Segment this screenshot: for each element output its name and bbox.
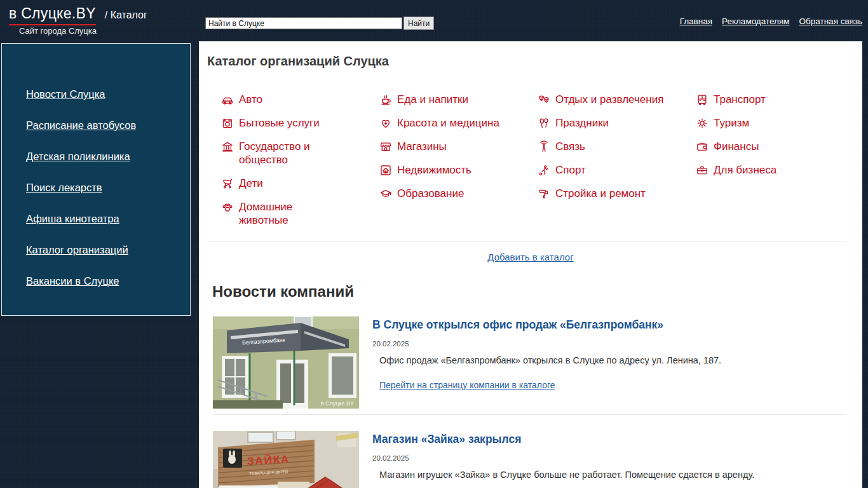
category-label: Туризм (714, 116, 749, 130)
bank-office-photo-illustration: Белгазпромбанк в Слуцке.BY (213, 316, 359, 409)
divider (213, 414, 846, 415)
car-icon (221, 93, 234, 106)
sidebar-link[interactable]: Афиша кинотеатра (26, 213, 119, 224)
storefront-icon (379, 140, 392, 153)
category-label: Отдых и развлечения (555, 93, 663, 106)
sidebar-link[interactable]: Детская поликлиника (26, 151, 130, 162)
header-nav-link[interactable]: Рекламодателям (722, 17, 790, 26)
category-label: Стройка и ремонт (555, 187, 646, 200)
category-label: Связь (555, 140, 585, 153)
news-item: ЗАЙКА ТОВАРЫ ДЛЯ ДЕТЕЙ Магазин «Зайка» з… (213, 431, 862, 488)
header-nav-link[interactable]: Обратная связь (799, 17, 862, 26)
paw-icon (221, 201, 234, 214)
category-link[interactable]: Отдых и развлечения (538, 93, 696, 106)
category-label: Недвижимость (397, 163, 471, 177)
search-input[interactable] (205, 17, 402, 29)
breadcrumb: / Каталог (105, 10, 147, 21)
balloons-icon (538, 117, 550, 130)
category-link[interactable]: Красота и медицина (379, 116, 538, 130)
site-tagline: Сайт города Слуцка (19, 26, 97, 36)
photo-sign-text: ЗАЙКА (247, 453, 290, 468)
sidebar-menu: Новости СлуцкаРасписание автобусовДетска… (2, 44, 190, 287)
category-label: Образование (397, 187, 464, 200)
category-link[interactable]: Связь (538, 140, 696, 153)
category-label: Праздники (555, 116, 609, 130)
category-link[interactable]: Для бизнеса (696, 163, 854, 177)
main-content: Каталог организаций Слуцка АвтоБытовые у… (199, 41, 862, 488)
bank-icon (221, 140, 234, 153)
football-player-icon (538, 164, 550, 177)
search-button[interactable]: Найти (403, 17, 434, 30)
divider (207, 241, 847, 241)
category-link[interactable]: Авто (221, 93, 379, 106)
sidebar-link[interactable]: Поиск лекарств (26, 182, 102, 193)
header-nav-link[interactable]: Главная (680, 17, 712, 26)
news-item-text: Офис продаж «Белгазпромбанк» открылся в … (372, 354, 843, 367)
stroller-icon (221, 177, 234, 190)
news-item-text: Магазин игрушек «Зайка» в Слуцке больше … (372, 468, 843, 481)
category-column: Еда и напиткиКрасота и медицинаМагазиныН… (379, 93, 538, 237)
category-label: Транспорт (714, 93, 766, 106)
category-link[interactable]: Спорт (538, 163, 696, 177)
category-label: Магазины (397, 140, 447, 153)
add-link-wrap: Добавить в каталог (199, 252, 862, 263)
category-label: Дети (239, 177, 263, 190)
category-label: Финансы (714, 140, 759, 153)
site-logo[interactable]: в Слуцке.BY (9, 5, 96, 25)
news-item: Белгазпромбанк в Слуцке.BY В Слуцке откр… (213, 316, 862, 409)
washing-machine-icon (221, 117, 234, 130)
sun-icon (696, 117, 709, 130)
wallet-icon (696, 140, 709, 153)
category-link[interactable]: Туризм (696, 116, 854, 130)
sidebar-menu-item: Новости Слуцка (26, 88, 190, 100)
category-link[interactable]: Транспорт (696, 93, 854, 106)
photo-watermark: в Слуцке.BY (321, 400, 354, 407)
sidebar-menu-item: Вакансии в Слуцке (26, 275, 190, 287)
page: { "colors": { "accent_red": "#c00f21", "… (0, 0, 868, 488)
news-photo-zayka[interactable]: ЗАЙКА ТОВАРЫ ДЛЯ ДЕТЕЙ (213, 431, 359, 488)
category-link[interactable]: Бытовые услуги (221, 116, 379, 130)
theater-masks-icon (538, 93, 550, 106)
add-to-catalog-link[interactable]: Добавить в каталог (487, 252, 573, 262)
category-grid: АвтоБытовые услугиГосударство и общество… (221, 93, 862, 237)
paint-roller-icon (538, 187, 550, 200)
category-link[interactable]: Домашние животные (221, 200, 379, 227)
category-link[interactable]: Государство и общество (221, 140, 379, 166)
house-icon (379, 164, 392, 177)
category-link[interactable]: Еда и напитки (379, 93, 538, 106)
category-link[interactable]: Праздники (538, 116, 696, 130)
category-column: АвтоБытовые услугиГосударство и общество… (221, 93, 379, 237)
category-link[interactable]: Дети (221, 177, 379, 190)
category-label: Еда и напитки (397, 93, 468, 106)
news-photo-belgazprombank[interactable]: Белгазпромбанк в Слуцке.BY (213, 316, 359, 409)
news-body: В Слуцке открылся офис продаж «Белгазпро… (372, 316, 843, 409)
sidebar-link[interactable]: Новости Слуцка (26, 88, 105, 100)
category-label: Красота и медицина (397, 116, 499, 130)
sidebar-link[interactable]: Расписание автобусов (26, 119, 136, 131)
news-item-title[interactable]: В Слуцке открылся офис продаж «Белгазпро… (372, 318, 843, 332)
category-link[interactable]: Недвижимость (379, 163, 538, 177)
category-label: Для бизнеса (714, 163, 776, 177)
search-form: Найти (205, 17, 434, 30)
page-title: Каталог организаций Слуцка (207, 54, 862, 69)
sidebar-link[interactable]: Каталог организаций (26, 244, 128, 255)
briefcase-icon (696, 164, 709, 177)
category-link[interactable]: Стройка и ремонт (538, 187, 696, 200)
graduation-cap-icon (379, 187, 392, 200)
news-item-catalog-link[interactable]: Перейти на страницу компании в каталоге (379, 380, 555, 390)
category-column: ТранспортТуризмФинансыДля бизнеса (696, 93, 854, 237)
news-item-title[interactable]: Магазин «Зайка» закрылся (372, 432, 843, 446)
news-body: Магазин «Зайка» закрылся 20.02.2025 Мага… (372, 431, 843, 488)
header: в Слуцке.BY / Каталог Сайт города Слуцка… (0, 0, 868, 41)
bus-icon (696, 93, 709, 106)
category-link[interactable]: Магазины (379, 140, 538, 153)
category-link[interactable]: Образование (379, 187, 538, 200)
category-column: Отдых и развлеченияПраздникиСвязьСпортСт… (538, 93, 696, 237)
sidebar-link[interactable]: Вакансии в Слуцке (26, 275, 119, 287)
category-link[interactable]: Финансы (696, 140, 854, 153)
sidebar-menu-item: Детская поликлиника (26, 151, 190, 163)
sidebar-menu-item: Каталог организаций (26, 244, 190, 256)
sidebar-menu-item: Расписание автобусов (26, 119, 190, 132)
category-label: Домашние животные (239, 200, 334, 227)
sidebar-menu-item: Поиск лекарств (26, 182, 190, 194)
